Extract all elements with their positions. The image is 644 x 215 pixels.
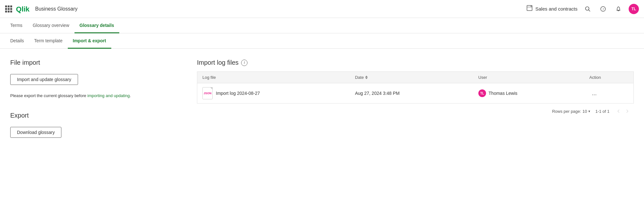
warning-text-before: Please export the current glossary befor… xyxy=(10,93,87,98)
log-action-cell: ... xyxy=(584,83,634,103)
current-glossary-name: Sales and contracts xyxy=(535,6,577,12)
importing-updating-link[interactable]: importing and updating xyxy=(87,93,130,98)
pagination-nav xyxy=(615,107,631,115)
date-sort-icon xyxy=(365,76,368,79)
top-header: Qlik Business Glossary Sales and contrac… xyxy=(0,0,644,18)
import-warning-text: Please export the current glossary befor… xyxy=(10,93,177,99)
download-glossary-button[interactable]: Download glossary xyxy=(10,127,61,138)
log-table-body: JSON Import log 2024-08-27 Aug 27, 2024 … xyxy=(197,83,634,103)
main-content: File import Import and update glossary P… xyxy=(0,49,644,215)
log-section-title: Import log files xyxy=(197,59,239,66)
file-import-title: File import xyxy=(10,59,177,66)
tab-details[interactable]: Details xyxy=(5,33,29,49)
svg-point-3 xyxy=(531,6,532,7)
user-name: Thomas Lewis xyxy=(489,91,517,96)
log-file-name: Import log 2024-08-27 xyxy=(216,91,260,96)
rows-per-page-value: 10 xyxy=(582,109,587,114)
nav-item-terms[interactable]: Terms xyxy=(5,18,27,33)
help-button[interactable]: ? xyxy=(598,4,608,14)
log-user-cell: TL Thomas Lewis xyxy=(473,83,584,103)
th-date[interactable]: Date xyxy=(350,72,473,83)
nav-item-glossary-overview[interactable]: Glossary overview xyxy=(27,18,74,33)
pagination: Rows per page: 10 ▾ 1-1 of 1 xyxy=(197,103,634,119)
page-info: 1-1 of 1 xyxy=(595,109,609,114)
chevron-left-icon xyxy=(616,109,621,114)
header-center: Sales and contracts xyxy=(526,5,577,13)
rows-per-page: Rows per page: 10 ▾ xyxy=(552,109,590,114)
user-avatar-small: TL xyxy=(478,89,486,97)
primary-nav: Terms Glossary overview Glossary details xyxy=(0,18,644,33)
warning-text-after: . xyxy=(130,93,131,98)
app-title: Business Glossary xyxy=(35,6,78,12)
th-user: User xyxy=(473,72,584,83)
tab-import-export[interactable]: Import & export xyxy=(68,33,111,49)
svg-rect-1 xyxy=(527,5,532,11)
prev-page-button[interactable] xyxy=(615,107,622,115)
rows-per-page-label: Rows per page: xyxy=(552,109,581,114)
svg-text:Qlik: Qlik xyxy=(16,5,30,13)
notifications-button[interactable] xyxy=(613,4,624,14)
right-panel: Import log files i Log file Date xyxy=(197,59,634,204)
search-button[interactable] xyxy=(583,4,593,14)
th-log-file: Log file xyxy=(197,72,350,83)
glossary-nav-icon xyxy=(526,5,533,13)
user-avatar[interactable]: TL xyxy=(629,4,639,14)
export-title: Export xyxy=(10,112,177,119)
rows-per-page-chevron: ▾ xyxy=(588,109,590,113)
log-title-row: Import log files i xyxy=(197,59,634,66)
rows-per-page-select[interactable]: 10 ▾ xyxy=(582,109,590,114)
log-table-header: Log file Date User xyxy=(197,72,634,83)
apps-grid-icon[interactable] xyxy=(5,5,12,12)
log-date-cell: Aug 27, 2024 3:48 PM xyxy=(350,83,473,103)
row-more-button[interactable]: ... xyxy=(589,89,599,98)
log-file-cell: JSON Import log 2024-08-27 xyxy=(197,83,350,103)
secondary-nav: Details Term template Import & export xyxy=(0,33,644,49)
nav-item-glossary-details[interactable]: Glossary details xyxy=(75,18,119,33)
header-right: ? TL xyxy=(583,4,639,14)
export-section: Export Download glossary xyxy=(10,112,177,145)
import-update-glossary-button[interactable]: Import and update glossary xyxy=(10,74,78,85)
header-left: Qlik Business Glossary xyxy=(5,4,521,14)
chevron-right-icon xyxy=(625,109,630,114)
svg-line-5 xyxy=(589,10,590,11)
table-row: JSON Import log 2024-08-27 Aug 27, 2024 … xyxy=(197,83,634,103)
tab-term-template[interactable]: Term template xyxy=(29,33,68,49)
th-action: Action xyxy=(584,72,634,83)
log-info-icon[interactable]: i xyxy=(241,60,247,66)
log-table: Log file Date User xyxy=(197,71,634,103)
next-page-button[interactable] xyxy=(624,107,631,115)
left-panel: File import Import and update glossary P… xyxy=(10,59,177,204)
json-file-icon: JSON xyxy=(202,87,213,99)
qlik-logo[interactable]: Qlik xyxy=(16,4,31,14)
qlik-logo-svg: Qlik xyxy=(16,4,31,14)
svg-text:?: ? xyxy=(602,7,604,11)
